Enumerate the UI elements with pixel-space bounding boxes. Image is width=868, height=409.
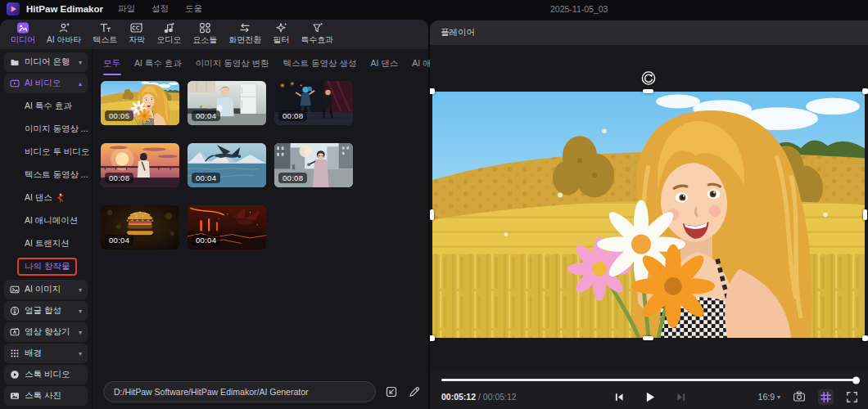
avatar-icon xyxy=(58,21,70,34)
chevron-down-icon: ▾ xyxy=(79,350,82,357)
face-swap-icon xyxy=(10,306,20,316)
import-icon[interactable] xyxy=(385,384,399,399)
grid-overlay-icon[interactable] xyxy=(818,389,834,405)
menu-settings[interactable]: 설정 xyxy=(151,3,169,15)
sidebar-item-image-to-video[interactable]: 이미지 동영상 ... xyxy=(0,118,92,141)
clip-thumbnail-lava-dragon[interactable]: 00:04 xyxy=(188,205,266,249)
total-time: 00:05:12 xyxy=(483,392,517,402)
clip-thumbnail-woman-flower-field[interactable]: 00:05 xyxy=(101,81,179,125)
sidebar-item-video-to-video[interactable]: 비디오 투 비디오 xyxy=(0,141,92,164)
playback-progress-bar[interactable] xyxy=(441,379,857,381)
snapshot-camera-icon[interactable] xyxy=(793,390,806,403)
library-tab-ai-effects[interactable]: AI 특수 효과 xyxy=(134,58,182,75)
playhead-knob[interactable] xyxy=(852,376,860,384)
resize-handle-bottom[interactable] xyxy=(643,336,653,340)
player-panel: 플레이어 00:05:12 / 00:05:12 xyxy=(430,20,868,409)
sidebar-item-ai-image[interactable]: AI 이미지 ▾ xyxy=(4,280,88,299)
sidebar-item-ai-transition[interactable]: AI 트랜지션 xyxy=(0,232,92,255)
transport-bar: 00:05:12 / 00:05:12 16:9 ▾ xyxy=(430,372,868,409)
rotate-handle-icon[interactable] xyxy=(641,70,657,86)
tab-filter[interactable]: 필터 xyxy=(267,20,295,47)
resize-handle-left[interactable] xyxy=(430,209,434,220)
tab-elements[interactable]: 요소들 xyxy=(187,20,223,47)
dancer-emoji-icon xyxy=(56,193,65,203)
tab-ai-avatar[interactable]: AI 아바타 xyxy=(41,20,87,47)
folder-path-input[interactable]: D:/HitPaw Software/HitPaw Edimakor/AI Ge… xyxy=(103,381,376,402)
tab-media[interactable]: 미디어 xyxy=(5,20,41,47)
tab-subtitle[interactable]: 자막 xyxy=(123,20,151,47)
menu-help[interactable]: 도움 xyxy=(185,3,202,15)
sidebar-item-ai-effects[interactable]: AI 특수 효과 xyxy=(0,95,92,118)
duration-badge: 00:08 xyxy=(278,110,307,121)
sidebar-item-media-bank[interactable]: 미디어 은행 ▾ xyxy=(4,52,88,72)
sidebar-item-text-to-video[interactable]: 텍스트 동영상 ... xyxy=(0,164,92,187)
tab-text[interactable]: 텍스트 xyxy=(87,20,123,47)
background-icon xyxy=(10,348,20,358)
player-tools: 16:9 ▾ xyxy=(758,389,858,405)
duration-badge: 00:08 xyxy=(278,173,307,183)
elements-icon xyxy=(199,21,211,34)
preview-canvas[interactable] xyxy=(430,45,868,372)
tab-effects[interactable]: 특수효과 xyxy=(295,20,339,47)
left-panel: 미디어 AI 아바타 텍스트 자막 오디오 xyxy=(0,20,428,409)
app-logo-icon xyxy=(7,2,20,16)
library-tab-image-to-video[interactable]: 이미지 동영상 변환 xyxy=(196,58,269,75)
project-name: 2025-11-05_03 xyxy=(550,4,608,14)
sidebar: 미디어 은행 ▾ AI 비디오 ▴ AI 특수 효과 이미지 동영상 ... 비… xyxy=(0,49,92,409)
sidebar-item-my-creations[interactable]: 나의 창작물 xyxy=(0,255,92,278)
my-creations-highlight[interactable]: 나의 창작물 xyxy=(17,258,77,276)
aspect-ratio-select[interactable]: 16:9 ▾ xyxy=(758,392,780,402)
folder-icon xyxy=(10,57,20,67)
clip-thumbnail-street-interview[interactable]: 00:08 xyxy=(274,143,353,187)
menu-file[interactable]: 파일 xyxy=(118,3,135,15)
effects-icon xyxy=(311,21,323,34)
resize-handle-bottom-left[interactable] xyxy=(430,335,435,341)
tab-audio[interactable]: 오디오 xyxy=(151,20,187,47)
chevron-down-icon: ▾ xyxy=(777,393,780,401)
library-tab-text-to-video[interactable]: 텍스트 동영상 생성 xyxy=(283,58,357,75)
next-frame-button[interactable] xyxy=(676,392,686,402)
transport-controls-row: 00:05:12 / 00:05:12 16:9 ▾ xyxy=(441,386,858,407)
clip-thumbnail-anime-sunset-boy[interactable]: 00:08 xyxy=(101,143,179,187)
sidebar-item-stock-photo[interactable]: 스톡 사진 xyxy=(4,386,88,406)
sidebar-item-ai-dance[interactable]: AI 댄스 xyxy=(0,187,92,209)
clip-thumbnail-anime-kitchen[interactable]: 00:04 xyxy=(188,81,266,125)
clip-thumbnail-floating-hamburger[interactable]: 00:04 xyxy=(101,205,179,249)
resize-handle-right[interactable] xyxy=(863,209,867,220)
sidebar-item-ai-video[interactable]: AI 비디오 ▴ xyxy=(4,74,88,93)
player-header: 플레이어 xyxy=(430,20,868,45)
sidebar-item-stock-video[interactable]: 스톡 비디오 xyxy=(4,365,88,384)
edit-pencil-icon[interactable] xyxy=(408,384,422,399)
transition-icon xyxy=(238,21,251,34)
sidebar-item-face-swap[interactable]: 얼굴 합성 ▾ xyxy=(4,301,88,321)
clip-thumbnail-night-dance[interactable]: 00:08 xyxy=(274,81,353,125)
clip-grid: 00:05 00:04 00:08 00:08 00:04 00:08 xyxy=(93,75,428,249)
current-time: 00:05:12 xyxy=(441,392,476,402)
library-tab-all[interactable]: 모두 xyxy=(103,58,120,75)
resize-handle-top-left[interactable] xyxy=(430,88,435,94)
duration-badge: 00:05 xyxy=(105,110,133,121)
sidebar-item-video-enhancer[interactable]: 영상 향상기 ▾ xyxy=(4,322,88,342)
resize-handle-top-right[interactable] xyxy=(862,88,868,94)
duration-badge: 00:04 xyxy=(192,173,220,183)
media-library: 모두 AI 특수 효과 이미지 동영상 변환 텍스트 동영상 생성 AI 댄스 … xyxy=(92,49,428,409)
sidebar-item-ai-animation[interactable]: AI 애니메이션 xyxy=(0,209,92,232)
preview-frame-art xyxy=(432,92,865,338)
tab-transition[interactable]: 화면전환 xyxy=(223,20,267,47)
resize-handle-bottom-right[interactable] xyxy=(862,335,868,341)
ai-video-icon xyxy=(10,79,20,88)
play-button[interactable] xyxy=(644,391,656,403)
app-title: HitPaw Edimakor xyxy=(26,4,103,14)
chevron-down-icon: ▾ xyxy=(79,329,82,336)
stock-video-icon xyxy=(10,370,20,380)
fullscreen-icon[interactable] xyxy=(846,391,858,403)
library-tab-ai-dance[interactable]: AI 댄스 xyxy=(370,58,398,75)
ribbon-tab-bar: 미디어 AI 아바타 텍스트 자막 오디오 xyxy=(0,20,428,49)
resize-handle-top[interactable] xyxy=(643,89,653,93)
preview-video-frame[interactable] xyxy=(432,92,865,338)
stock-photo-icon xyxy=(10,391,20,401)
subtitle-icon xyxy=(130,21,143,34)
clip-thumbnail-dragon-over-sea[interactable]: 00:04 xyxy=(188,143,266,187)
previous-frame-button[interactable] xyxy=(613,392,624,402)
sidebar-item-background[interactable]: 배경 ▾ xyxy=(4,344,88,363)
